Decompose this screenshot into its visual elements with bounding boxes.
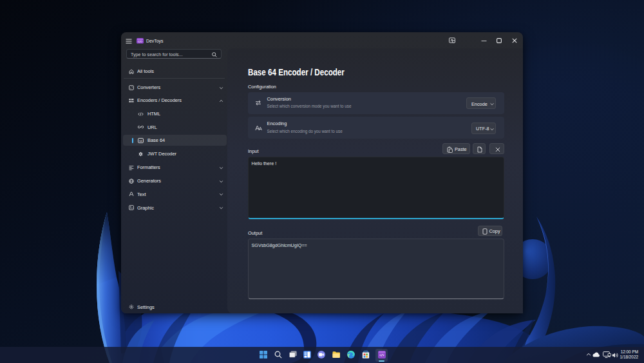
svg-text:64: 64 bbox=[139, 139, 142, 142]
